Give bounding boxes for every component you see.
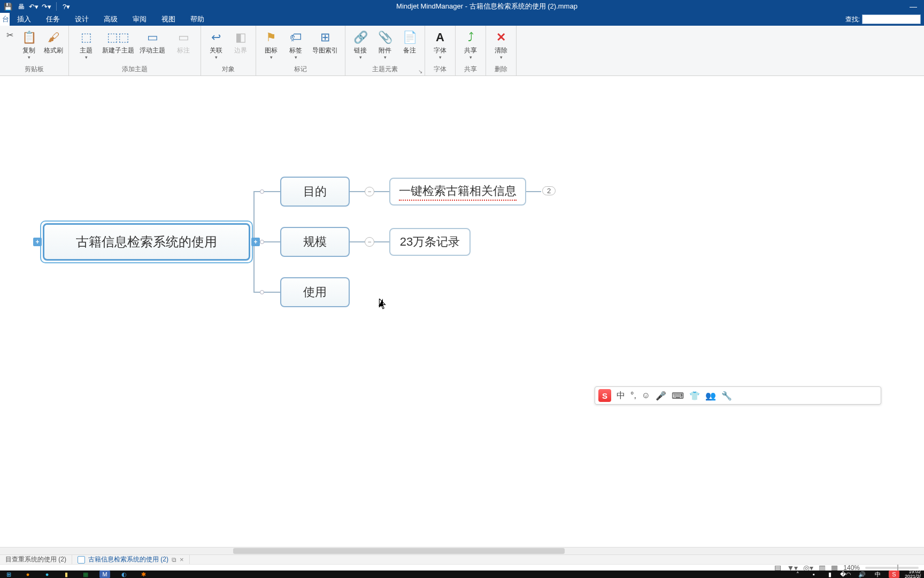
tray-ime-icon[interactable]: 中 [873,571,883,578]
search-input[interactable] [862,14,921,24]
ribbon-group-tags: ⚑图标▾ 🏷标签▾ ⊞导图索引 标记 [256,26,345,75]
ime-lang[interactable]: 中 [617,390,625,401]
tray-sogou-icon[interactable]: S [889,571,899,578]
zoom-slider[interactable] [865,567,919,569]
copy-button[interactable]: 📋复制▾ [18,28,40,60]
ime-keyboard-icon[interactable]: ⌨ [672,391,684,401]
explorer-icon[interactable]: ▮ [61,571,72,578]
scrollbar-thumb[interactable] [233,548,565,554]
minimize-button[interactable]: — [903,0,924,13]
ime-mic-icon[interactable]: 🎤 [656,391,666,401]
ribbon-group-object: ↩关联▾ ◧边界 对象 [201,26,256,75]
tray-battery-icon[interactable]: ▮ [825,571,835,578]
topic-usage[interactable]: 使用 [280,277,350,307]
close-tab-icon[interactable]: × [180,556,184,564]
dialog-launcher-icon[interactable]: ↘ [418,69,422,74]
index-button[interactable]: ⊞导图索引 [310,28,341,54]
ime-settings-icon[interactable]: 🔧 [721,391,732,401]
edge-icon[interactable]: ● [42,571,52,578]
ime-emoji-icon[interactable]: ☺ [642,391,650,400]
share-button[interactable]: ⤴共享▾ [460,28,481,60]
taskbar: ⊞ ● ● ▮ ▦ M ◐ ✱ ˄ ▪ ▮ �◠ 🔊 中 S 19:022021… [0,571,924,578]
group-label-object: 对象 [201,65,256,75]
font-button[interactable]: A字体▾ [429,28,451,60]
popout-icon[interactable]: ⧉ [172,556,176,564]
subtopic-button[interactable]: ⬚⬚新建子主题 [102,28,134,54]
doctab-1[interactable]: 目查重系统的使用 (2) [0,555,72,564]
document-icon [78,556,85,564]
tray-volume-icon[interactable]: 🔊 [857,571,867,578]
clear-button[interactable]: ✕清除▾ [490,28,512,60]
central-topic[interactable]: 古籍信息检索系统的使用 [43,223,250,261]
topic-purpose-child-text: 一键检索古籍相关信息 [399,183,517,201]
quick-access-toolbar: 💾 🖶 ↶▾ ↷▾ ?▾ [0,2,71,11]
tab-advanced[interactable]: 高级 [96,13,125,26]
mindmap-canvas[interactable]: 古籍信息检索系统的使用 + + 目的 − 一键检索古籍相关信息 2 规模 − 2… [0,76,924,547]
firefox-icon[interactable]: ● [22,571,33,578]
ribbon-group-delete: ✕清除▾ 删除 [486,26,517,75]
start-icon[interactable]: ⊞ [3,571,14,578]
format-painter-button[interactable]: 🖌格式刷 [43,28,64,54]
topic-purpose[interactable]: 目的 [280,177,350,207]
redo-icon[interactable]: ↷▾ [42,2,51,11]
floating-topic-button[interactable]: ▭浮动主题 [137,28,167,54]
excel-icon[interactable]: ▦ [80,571,91,578]
attach-button[interactable]: 📎附件▾ [374,28,396,60]
search-label: 查找: [845,15,860,24]
topic-purpose-text: 目的 [303,184,327,200]
ribbon-group-font: A字体▾ 字体 [425,26,456,75]
link-button[interactable]: 🔗链接▾ [350,28,371,60]
tab-help[interactable]: 帮助 [183,13,212,26]
ribbon: ✂ 📋复制▾ 🖌格式刷 剪贴板 ⬚主题▾ ⬚⬚新建子主题 ▭浮动主题 ▭标注 添… [0,26,924,76]
tab-design[interactable]: 设计 [67,13,96,26]
status-bar: ▤ ▼▾ ◎▾ ▥ ▦ 140% [0,564,924,571]
help-icon[interactable]: ?▾ [61,2,71,11]
expand-left-handle[interactable]: + [33,238,42,246]
child-count-badge[interactable]: 2 [542,186,556,195]
document-tabs: 目查重系统的使用 (2) 古籍信息检索系统的使用 (2) ⧉ × [0,554,924,564]
topic-scale-child[interactable]: 23万条记录 [389,228,471,256]
tab-tasks[interactable]: 任务 [38,13,67,26]
ime-punct-icon[interactable]: °, [630,391,636,400]
mindmanager-icon[interactable]: M [99,571,110,578]
topic-button[interactable]: ⬚主题▾ [73,28,99,60]
ime-logo-icon[interactable]: S [598,389,611,402]
horizontal-scrollbar[interactable] [0,547,924,554]
icon-marker-button[interactable]: ⚑图标▾ [260,28,282,60]
tab-insert[interactable]: 插入 [10,13,38,26]
expand-right-handle[interactable]: + [251,238,260,246]
menu-bar: 台 插入 任务 设计 高级 审阅 视图 帮助 查找: [0,13,924,26]
tab-file-edge[interactable]: 台 [0,13,10,26]
topic-usage-text: 使用 [303,284,327,300]
undo-icon[interactable]: ↶▾ [29,2,38,11]
group-label-elements: 主题元素↘ [345,65,425,75]
collapse-button-purpose[interactable]: − [365,187,374,196]
topic-purpose-child[interactable]: 一键检索古籍相关信息 [389,178,526,206]
group-label-clipboard: 剪贴板 [0,65,68,75]
doctab-2[interactable]: 古籍信息检索系统的使用 (2) ⧉ × [72,555,190,564]
tag-button[interactable]: 🏷标签▾ [285,28,306,60]
relation-button[interactable]: ↩关联▾ [205,28,227,60]
ime-skin-icon[interactable]: 👕 [689,391,700,401]
collapse-button-scale[interactable]: − [365,237,374,247]
save-icon[interactable]: 💾 [3,2,13,11]
ime-toolbar[interactable]: S 中 °, ☺ 🎤 ⌨ 👕 👥 🔧 [595,386,881,405]
topic-scale-text: 规模 [303,234,327,250]
window-title: Mindjet MindManager - 古籍信息检索系统的使用 (2).mm… [71,2,903,11]
print-icon[interactable]: 🖶 [16,2,26,11]
topic-scale-child-text: 23万条记录 [400,234,460,250]
clock[interactable]: 19:022021/2/ [905,569,921,578]
topic-scale[interactable]: 规模 [280,227,350,257]
tab-review[interactable]: 审阅 [125,13,154,26]
tray-app-icon[interactable]: ▪ [808,571,819,578]
sogou-icon[interactable]: ◐ [119,571,129,578]
tab-view[interactable]: 视图 [154,13,183,26]
memo-button[interactable]: 📄备注 [399,28,420,54]
ime-user-icon[interactable]: 👥 [705,391,716,401]
cut-icon[interactable]: ✂ [6,30,13,40]
tray-chevron-icon[interactable]: ˄ [792,571,803,578]
app-icon[interactable]: ✱ [138,571,149,578]
titlebar: 💾 🖶 ↶▾ ↷▾ ?▾ Mindjet MindManager - 古籍信息检… [0,0,924,13]
ribbon-group-clipboard: ✂ 📋复制▾ 🖌格式刷 剪贴板 [0,26,69,75]
tray-wifi-icon[interactable]: �◠ [841,571,851,578]
